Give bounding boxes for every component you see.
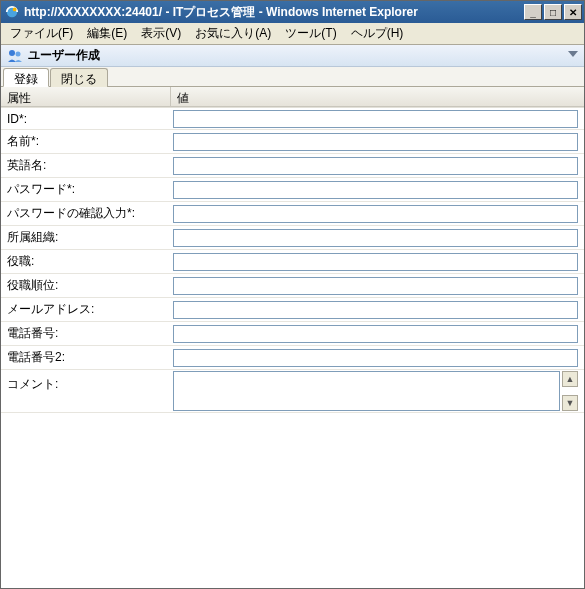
row-phone2: 電話番号2: xyxy=(1,346,584,370)
label-password: パスワード*: xyxy=(1,178,171,201)
label-password-confirm: パスワードの確認入力*: xyxy=(1,202,171,225)
minimize-button[interactable]: _ xyxy=(524,4,542,20)
grid-header: 属性 値 xyxy=(1,87,584,107)
svg-point-1 xyxy=(13,7,17,11)
collapse-icon[interactable] xyxy=(568,51,578,57)
label-title: 役職: xyxy=(1,250,171,273)
row-password-confirm: パスワードの確認入力*: xyxy=(1,202,584,226)
input-title[interactable] xyxy=(173,253,578,271)
row-id: ID*: xyxy=(1,108,584,130)
input-phone2[interactable] xyxy=(173,349,578,367)
input-password-confirm[interactable] xyxy=(173,205,578,223)
menu-edit[interactable]: 編集(E) xyxy=(80,23,134,44)
input-id[interactable] xyxy=(173,110,578,128)
svg-point-2 xyxy=(9,50,15,56)
users-icon xyxy=(7,48,23,64)
tab-register[interactable]: 登録 xyxy=(3,68,49,87)
input-password[interactable] xyxy=(173,181,578,199)
input-phone1[interactable] xyxy=(173,325,578,343)
page-header: ユーザー作成 xyxy=(1,45,584,67)
column-value: 値 xyxy=(171,87,584,106)
ie-window: http://XXXXXXXX:24401/ - ITプロセス管理 - Wind… xyxy=(0,0,585,589)
menu-tools[interactable]: ツール(T) xyxy=(278,23,343,44)
tabbar: 登録 閉じる xyxy=(1,67,584,87)
label-name: 名前*: xyxy=(1,130,171,153)
form-area: ID*: 名前*: 英語名: パスワード*: パスワードの確認入力*: 所属組織… xyxy=(1,107,584,413)
row-organization: 所属組織: xyxy=(1,226,584,250)
row-comment: コメント: ▲ ▼ xyxy=(1,370,584,413)
label-rank: 役職順位: xyxy=(1,274,171,297)
menu-file[interactable]: ファイル(F) xyxy=(3,23,80,44)
menu-view[interactable]: 表示(V) xyxy=(134,23,188,44)
row-password: パスワード*: xyxy=(1,178,584,202)
row-rank: 役職順位: xyxy=(1,274,584,298)
ie-icon xyxy=(4,4,20,20)
row-title: 役職: xyxy=(1,250,584,274)
menu-help[interactable]: ヘルプ(H) xyxy=(344,23,411,44)
label-organization: 所属組織: xyxy=(1,226,171,249)
scroll-up-button[interactable]: ▲ xyxy=(562,371,578,387)
row-name: 名前*: xyxy=(1,130,584,154)
tab-close[interactable]: 閉じる xyxy=(50,68,108,87)
titlebar: http://XXXXXXXX:24401/ - ITプロセス管理 - Wind… xyxy=(1,1,584,23)
menubar: ファイル(F) 編集(E) 表示(V) お気に入り(A) ツール(T) ヘルプ(… xyxy=(1,23,584,45)
label-comment: コメント: xyxy=(1,370,171,396)
scroll-down-button[interactable]: ▼ xyxy=(562,395,578,411)
input-organization[interactable] xyxy=(173,229,578,247)
row-en-name: 英語名: xyxy=(1,154,584,178)
menu-favorites[interactable]: お気に入り(A) xyxy=(188,23,278,44)
window-title: http://XXXXXXXX:24401/ - ITプロセス管理 - Wind… xyxy=(24,4,524,21)
label-en-name: 英語名: xyxy=(1,154,171,177)
page-title: ユーザー作成 xyxy=(28,47,100,64)
input-rank[interactable] xyxy=(173,277,578,295)
input-en-name[interactable] xyxy=(173,157,578,175)
input-email[interactable] xyxy=(173,301,578,319)
label-phone2: 電話番号2: xyxy=(1,346,171,369)
window-buttons: _ □ ✕ xyxy=(524,4,582,20)
label-email: メールアドレス: xyxy=(1,298,171,321)
svg-point-3 xyxy=(16,51,21,56)
label-id: ID*: xyxy=(1,109,171,129)
column-attribute: 属性 xyxy=(1,87,171,106)
row-phone1: 電話番号: xyxy=(1,322,584,346)
comment-scrollbar: ▲ ▼ xyxy=(562,371,578,411)
label-phone1: 電話番号: xyxy=(1,322,171,345)
input-name[interactable] xyxy=(173,133,578,151)
row-email: メールアドレス: xyxy=(1,298,584,322)
maximize-button[interactable]: □ xyxy=(544,4,562,20)
close-button[interactable]: ✕ xyxy=(564,4,582,20)
input-comment[interactable] xyxy=(173,371,560,411)
